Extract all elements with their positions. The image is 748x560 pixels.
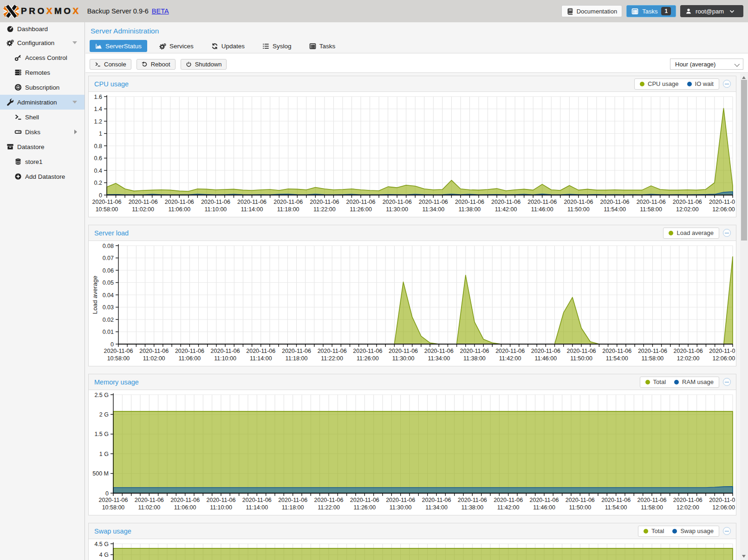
- sidebar-item-dashboard[interactable]: Dashboard: [0, 22, 85, 35]
- svg-text:11:14:00: 11:14:00: [250, 355, 272, 362]
- svg-text:2020-11-06: 2020-11-06: [531, 348, 560, 354]
- svg-text:0.8: 0.8: [94, 143, 102, 150]
- list-alt-icon: [631, 8, 638, 15]
- sidebar-item-remotes[interactable]: Remotes: [0, 65, 85, 80]
- svg-text:11:02:00: 11:02:00: [132, 206, 154, 213]
- tab-updates[interactable]: Updates: [206, 40, 250, 52]
- proxmox-logo-icon: [0, 0, 22, 22]
- tab-serverstatus[interactable]: ServerStatus: [90, 40, 147, 52]
- reboot-button[interactable]: Reboot: [137, 59, 176, 70]
- svg-text:2020-11-06: 2020-11-06: [353, 348, 382, 354]
- chart-legend: CPU usageIO wait: [634, 78, 719, 90]
- sidebar-item-administration[interactable]: Administration: [0, 95, 85, 110]
- sidebar-item-label: Administration: [17, 99, 57, 106]
- svg-text:2020-11-06: 2020-11-06: [98, 497, 128, 503]
- user-menu-button[interactable]: root@pam: [680, 5, 743, 17]
- undo-icon: [142, 61, 148, 67]
- legend-item: CPU usage: [640, 80, 678, 87]
- chart-cpu-usage: 00.20.40.60.811.21.41.62020-11-0610:58:0…: [89, 92, 736, 217]
- svg-text:2020-11-06: 2020-11-06: [170, 497, 200, 503]
- scrollbar-up-arrow-icon[interactable]: [742, 76, 746, 79]
- svg-text:2020-11-06: 2020-11-06: [527, 199, 557, 205]
- chart-legend: TotalSwap usage: [638, 526, 719, 537]
- svg-text:4 G: 4 G: [99, 552, 109, 558]
- svg-text:2020-11-06: 2020-11-06: [135, 497, 164, 503]
- svg-text:2020-11-06: 2020-11-06: [278, 497, 307, 503]
- sidebar-item-label: Shell: [25, 114, 39, 121]
- sidebar-item-access-control[interactable]: Access Control: [0, 50, 85, 65]
- svg-text:11:06:00: 11:06:00: [179, 355, 201, 362]
- svg-text:2020-11-06: 2020-11-06: [246, 348, 275, 354]
- svg-text:2020-11-06: 2020-11-06: [460, 348, 489, 354]
- legend-dot-icon: [687, 82, 692, 86]
- legend-dot-icon: [669, 231, 673, 235]
- legend-item: IO wait: [687, 80, 714, 87]
- console-button[interactable]: Console: [90, 59, 131, 70]
- svg-text:0.4: 0.4: [94, 168, 102, 174]
- terminal-icon: [14, 113, 22, 121]
- svg-text:11:30:00: 11:30:00: [386, 206, 408, 213]
- sidebar-item-disks[interactable]: Disks: [0, 124, 85, 139]
- tab-tasks[interactable]: Tasks: [304, 40, 341, 52]
- panel-collapse-button[interactable]: [723, 527, 731, 535]
- shutdown-button[interactable]: Shutdown: [181, 59, 227, 70]
- sidebar-item-label: Datastore: [17, 143, 45, 150]
- panel-collapse-button[interactable]: [723, 80, 731, 88]
- area-chart-icon: [95, 43, 102, 50]
- key-icon: [14, 54, 22, 61]
- timeframe-combobox[interactable]: Hour (average): [670, 59, 743, 70]
- svg-text:0.6: 0.6: [94, 155, 102, 162]
- collapse-arrow-icon[interactable]: [72, 41, 77, 44]
- refresh-icon: [211, 43, 218, 50]
- beta-link[interactable]: BETA: [152, 7, 169, 15]
- sidebar-item-store1[interactable]: store1: [0, 154, 85, 169]
- svg-text:10:58:00: 10:58:00: [96, 206, 118, 213]
- plus-circle-icon: [14, 173, 22, 180]
- svg-text:11:30:00: 11:30:00: [390, 504, 412, 511]
- legend-label: RAM usage: [682, 378, 714, 385]
- svg-text:2020-11-06: 2020-11-06: [383, 199, 412, 205]
- legend-dot-icon: [640, 82, 644, 86]
- svg-text:0.01: 0.01: [103, 329, 114, 335]
- legend-label: Swap usage: [680, 527, 714, 534]
- panel-collapse-button[interactable]: [723, 378, 731, 386]
- svg-text:0: 0: [105, 490, 109, 497]
- expand-arrow-icon[interactable]: [74, 130, 77, 134]
- panel-header: Server loadLoad average: [89, 225, 736, 241]
- documentation-button[interactable]: Documentation: [561, 5, 622, 17]
- tasks-button[interactable]: Tasks 1: [626, 5, 676, 17]
- svg-text:2020-11-06: 2020-11-06: [237, 199, 267, 205]
- main-header: Server Administration ServerStatusServic…: [85, 22, 748, 53]
- svg-text:12:06:00: 12:06:00: [712, 355, 735, 362]
- panel-header: Swap usageTotalSwap usage: [89, 523, 736, 539]
- combo-chevron-down-icon: [735, 63, 739, 66]
- sidebar-item-datastore[interactable]: Datastore: [0, 139, 85, 154]
- svg-text:2 G: 2 G: [99, 411, 109, 418]
- sidebar-item-subscription[interactable]: Subscription: [0, 80, 85, 95]
- page-title: Server Administration: [85, 22, 748, 35]
- svg-text:2020-11-06: 2020-11-06: [242, 497, 272, 503]
- svg-text:11:42:00: 11:42:00: [499, 355, 521, 362]
- chart-memory-usage: 0500 M1 G1.5 G2 G2.5 G2020-11-0610:58:00…: [89, 390, 736, 515]
- svg-text:2020-11-06: 2020-11-06: [674, 348, 703, 354]
- svg-text:1.5 G: 1.5 G: [94, 431, 109, 437]
- gears-icon: [159, 43, 166, 50]
- svg-text:2020-11-06: 2020-11-06: [494, 497, 523, 503]
- svg-text:1.6: 1.6: [94, 94, 102, 100]
- scrollbar-thumb[interactable]: [741, 80, 747, 241]
- sidebar-item-shell[interactable]: Shell: [0, 110, 85, 124]
- sidebar: DashboardConfigurationAccess ControlRemo…: [0, 22, 85, 560]
- legend-label: Load average: [676, 229, 714, 236]
- vertical-scrollbar[interactable]: [740, 73, 748, 560]
- chart-server-load: 00.010.020.030.040.050.060.070.082020-11…: [89, 241, 736, 366]
- panel-collapse-button[interactable]: [723, 229, 731, 237]
- sidebar-item-configuration[interactable]: Configuration: [0, 35, 85, 50]
- scrollbar-down-arrow-icon[interactable]: [742, 555, 746, 558]
- sidebar-item-add-datastore[interactable]: Add Datastore: [0, 169, 85, 184]
- svg-text:11:46:00: 11:46:00: [534, 355, 557, 362]
- svg-text:12:02:00: 12:02:00: [676, 504, 699, 511]
- svg-text:12:06:00: 12:06:00: [712, 504, 735, 511]
- collapse-arrow-icon[interactable]: [72, 101, 77, 104]
- tab-syslog[interactable]: Syslog: [257, 40, 297, 52]
- tab-services[interactable]: Services: [154, 40, 199, 52]
